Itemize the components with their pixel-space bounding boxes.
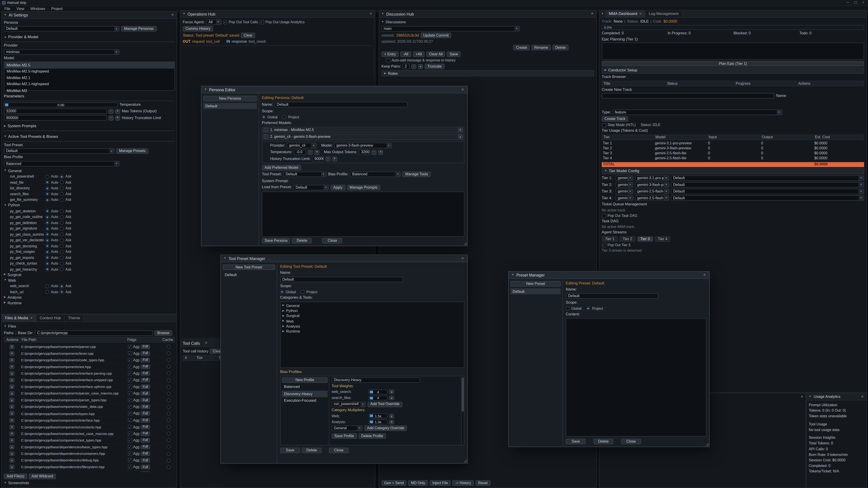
increment-button[interactable]	[378, 150, 383, 155]
tool-group-web[interactable]: Web	[4, 278, 174, 283]
full-button[interactable]: Full	[141, 445, 150, 449]
persona-dropdown[interactable]: Default	[4, 26, 120, 32]
maximize-icon[interactable]	[854, 1, 857, 5]
save-persona-button[interactable]: Save Persona	[262, 238, 290, 243]
agg-checkbox[interactable]	[128, 392, 132, 396]
agg-checkbox[interactable]	[128, 431, 132, 435]
agg-checkbox[interactable]	[128, 438, 132, 442]
operations-hub-header[interactable]: Operations Hub	[180, 11, 375, 18]
parameters-section[interactable]: Parameters	[4, 93, 174, 101]
tier-preset-dropdown[interactable]: Default	[671, 175, 864, 181]
bias-profile-dropdown[interactable]: Balanced	[4, 161, 120, 166]
new-tool-preset-button[interactable]: New Tool Preset	[222, 265, 275, 270]
remove-file-button[interactable]: x	[9, 438, 14, 443]
full-button[interactable]: Full	[141, 358, 150, 362]
preset-name-input[interactable]: Default	[566, 293, 658, 299]
profile-name-input[interactable]: Discovery-Heavy	[332, 377, 420, 383]
tab-context-hub[interactable]: Context Hub	[36, 315, 65, 321]
apply-button[interactable]: Apply	[331, 185, 345, 190]
full-button[interactable]: Full	[141, 364, 150, 369]
auto-add-checkbox[interactable]	[386, 59, 390, 63]
agg-checkbox[interactable]	[128, 345, 132, 349]
category-general[interactable]: General	[282, 303, 462, 308]
stream-tab-tier-1[interactable]: Tier 1	[602, 236, 618, 241]
full-button[interactable]: Full	[141, 412, 150, 416]
increment-button[interactable]	[418, 64, 423, 69]
track-name-input[interactable]	[602, 93, 774, 98]
tab-theme[interactable]: Theme	[65, 315, 84, 321]
create-discussion-button[interactable]: Create	[513, 45, 530, 51]
decrement-button[interactable]	[308, 150, 313, 155]
collapse-icon[interactable]	[604, 170, 607, 173]
minimize-icon[interactable]	[846, 1, 849, 5]
plan-epic-button[interactable]: Plan Epic (Tier 1)	[602, 61, 864, 66]
collapse-icon[interactable]	[381, 12, 384, 15]
slider[interactable]: 1.3x	[369, 420, 388, 424]
pop-out-tool-calls-checkbox[interactable]	[223, 20, 227, 24]
full-button[interactable]: Full	[141, 404, 150, 409]
close-icon[interactable]	[204, 341, 208, 345]
ask-radio[interactable]	[60, 284, 64, 288]
increment-button[interactable]	[332, 156, 337, 161]
remove-file-button[interactable]: x	[9, 385, 14, 389]
truncate-button[interactable]: Truncate	[425, 64, 445, 69]
agg-checkbox[interactable]	[128, 458, 132, 462]
persona-item[interactable]: Default	[203, 103, 257, 109]
ask-radio[interactable]	[60, 238, 64, 242]
persona-name-input[interactable]: Default	[275, 102, 408, 107]
tier-model-config-section[interactable]: Tier Model Config	[602, 168, 864, 174]
close-icon[interactable]	[461, 88, 465, 92]
footer-reset-button[interactable]: Reset	[475, 480, 491, 486]
remove-file-button[interactable]: x	[9, 412, 14, 416]
remove-file-button[interactable]: x	[9, 404, 14, 409]
remove-weight-button[interactable]: x	[389, 390, 394, 394]
manage-personas-button[interactable]: Manage Personas	[121, 26, 156, 32]
ask-radio[interactable]	[60, 227, 64, 230]
close-dialog-button[interactable]: Close	[621, 439, 641, 444]
agg-checkbox[interactable]	[128, 385, 132, 389]
agg-checkbox[interactable]	[128, 398, 132, 402]
collapse-icon[interactable]	[4, 325, 6, 328]
tier-provider-dropdown[interactable]: gemini	[616, 189, 633, 194]
auto-radio[interactable]	[45, 209, 49, 213]
collapse-icon[interactable]	[381, 21, 384, 24]
remove-file-button[interactable]: x	[9, 445, 14, 449]
plus-all-button[interactable]: +All	[413, 52, 425, 57]
full-button[interactable]: Full	[141, 425, 150, 429]
auto-radio[interactable]	[45, 181, 49, 184]
remove-multiplier-button[interactable]: x	[389, 420, 394, 424]
remove-file-button[interactable]: x	[9, 378, 14, 383]
tool-preset-manager-titlebar[interactable]: Tool Preset Manager	[221, 255, 467, 262]
menu-windows[interactable]: Windows	[30, 6, 45, 11]
reorder-handle[interactable]	[264, 135, 269, 139]
tier-provider-dropdown[interactable]: gemini	[616, 175, 633, 181]
preset-content-input[interactable]	[566, 318, 706, 436]
close-icon[interactable]	[171, 13, 175, 17]
category-python[interactable]: Python	[282, 308, 462, 314]
pm-temperature-input[interactable]: -0.0	[294, 150, 306, 155]
menu-file[interactable]: File	[4, 6, 10, 11]
agg-checkbox[interactable]	[128, 445, 132, 449]
slider[interactable]: 4	[369, 395, 388, 400]
model-list[interactable]: MiniMax-M2.5MiniMax-M2.5-highspeedMiniMa…	[4, 62, 175, 91]
remove-file-button[interactable]: x	[9, 465, 14, 469]
full-button[interactable]: Full	[141, 385, 150, 389]
collapse-icon[interactable]	[4, 36, 6, 39]
full-button[interactable]: Full	[141, 391, 150, 396]
persona-editor-titlebar[interactable]: Persona Editor	[202, 86, 467, 94]
provider-dropdown[interactable]: minimax	[4, 49, 120, 55]
auto-radio[interactable]	[45, 250, 49, 254]
ask-radio[interactable]	[60, 244, 64, 248]
agg-checkbox[interactable]	[128, 452, 132, 456]
remove-model-button[interactable]: x	[458, 135, 463, 139]
add-tool-dropdown[interactable]: run_powershell	[332, 401, 366, 407]
tool-group-general[interactable]: General	[4, 168, 174, 173]
category-surgical[interactable]: Surgical	[282, 314, 462, 319]
auto-radio[interactable]	[45, 175, 49, 178]
decrement-button[interactable]	[108, 109, 114, 114]
history-limit-input[interactable]: 900000	[4, 115, 107, 121]
preset-item[interactable]: Default	[510, 288, 561, 295]
auto-radio[interactable]	[45, 232, 49, 236]
provider-model-section[interactable]: Provider & Model	[4, 34, 174, 42]
epic-planning-input[interactable]	[602, 43, 864, 60]
